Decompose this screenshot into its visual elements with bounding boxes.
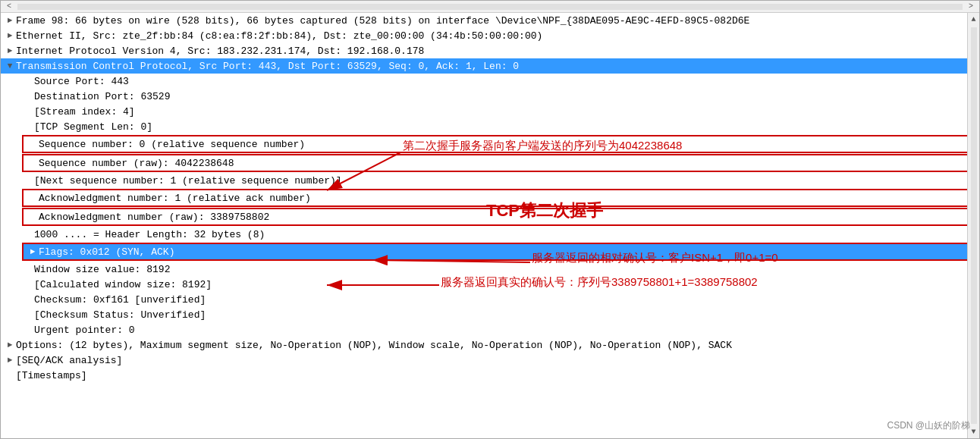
row-tcp-seg[interactable]: [TCP Segment Len: 0] — [1, 119, 979, 134]
row-src-port[interactable]: Source Port: 443 — [1, 74, 979, 89]
row-src-port-text: Source Port: 443 — [34, 76, 129, 87]
row-tcp-seg-text: [TCP Segment Len: 0] — [34, 121, 152, 133]
expander-frame[interactable]: ► — [4, 16, 16, 25]
horizontal-scrollbar[interactable]: < > — [1, 1, 979, 13]
row-dst-port-text: Destination Port: 63529 — [34, 91, 170, 102]
row-ack-raw-text: Acknowledgment number (raw): 3389758802 — [39, 212, 269, 223]
row-seq-raw-text: Sequence number (raw): 4042238648 — [39, 158, 234, 169]
row-seq-highlight[interactable]: Sequence number: 0 (relative sequence nu… — [22, 135, 976, 153]
row-options-text: Options: (12 bytes), Maximum segment siz… — [16, 340, 732, 351]
scroll-track-v[interactable] — [971, 27, 977, 424]
row-options[interactable]: ► Options: (12 bytes), Maximum segment s… — [1, 337, 979, 353]
row-stream-text: [Stream index: 4] — [34, 106, 135, 118]
row-checksum-text: Checksum: 0xf161 [unverified] — [34, 294, 206, 306]
scroll-left-arrow[interactable]: < — [4, 2, 14, 11]
row-urgent-text: Urgent pointer: 0 — [34, 325, 135, 336]
row-calc-window-text: [Calculated window size: 8192] — [34, 279, 212, 290]
packet-detail-list: ► Frame 98: 66 bytes on wire (528 bits),… — [1, 13, 979, 383]
row-tcp[interactable]: ▼ Transmission Control Protocol, Src Por… — [1, 58, 979, 74]
row-calc-window[interactable]: [Calculated window size: 8192] — [1, 277, 979, 292]
expander-tcp[interactable]: ▼ — [4, 61, 16, 71]
expander-seq-ack[interactable]: ► — [4, 356, 16, 365]
expander-ip[interactable]: ► — [4, 46, 16, 55]
row-ack-raw-highlight[interactable]: Acknowledgment number (raw): 3389758802 — [22, 208, 976, 226]
watermark: CSDN @山妖的阶梯 — [887, 419, 970, 432]
row-header-len[interactable]: 1000 .... = Header Length: 32 bytes (8) — [1, 227, 979, 242]
expander-flags[interactable]: ► — [27, 247, 39, 256]
row-ethernet-text: Ethernet II, Src: zte_2f:bb:84 (c8:ea:f8… — [16, 30, 542, 42]
row-window-text: Window size value: 8192 — [34, 264, 170, 275]
row-ack[interactable]: Acknowledgment number: 1 (relative ack n… — [24, 190, 975, 205]
row-tcp-text: Transmission Control Protocol, Src Port:… — [16, 61, 519, 72]
row-checksum-status-text: [Checksum Status: Unverified] — [34, 309, 206, 321]
row-urgent[interactable]: Urgent pointer: 0 — [1, 322, 979, 337]
row-seq-ack-text: [SEQ/ACK analysis] — [16, 355, 122, 366]
row-timestamps[interactable]: [Timestamps] — [1, 368, 979, 383]
row-seq-raw[interactable]: Sequence number (raw): 4042238648 — [24, 155, 975, 171]
row-flags[interactable]: ► Flags: 0x012 (SYN, ACK) — [24, 244, 975, 259]
row-seq-ack[interactable]: ► [SEQ/ACK analysis] — [1, 353, 979, 368]
row-seq[interactable]: Sequence number: 0 (relative sequence nu… — [24, 136, 975, 152]
row-window[interactable]: Window size value: 8192 — [1, 262, 979, 277]
row-next-seq[interactable]: [Next sequence number: 1 (relative seque… — [1, 173, 979, 188]
row-next-seq-text: [Next sequence number: 1 (relative seque… — [34, 175, 342, 187]
row-ip-text: Internet Protocol Version 4, Src: 183.23… — [16, 45, 424, 57]
row-frame-text: Frame 98: 66 bytes on wire (528 bits), 6… — [16, 15, 749, 27]
row-flags-text: Flags: 0x012 (SYN, ACK) — [39, 246, 174, 258]
row-ip[interactable]: ► Internet Protocol Version 4, Src: 183.… — [1, 43, 979, 58]
expander-ethernet[interactable]: ► — [4, 31, 16, 40]
scroll-track-h[interactable] — [17, 4, 963, 10]
vertical-scrollbar[interactable]: ▲ ▼ — [967, 13, 979, 438]
row-frame[interactable]: ► Frame 98: 66 bytes on wire (528 bits),… — [1, 13, 979, 28]
row-dst-port[interactable]: Destination Port: 63529 — [1, 89, 979, 104]
row-ack-raw[interactable]: Acknowledgment number (raw): 3389758802 — [24, 209, 975, 224]
row-seq-raw-highlight[interactable]: Sequence number (raw): 4042238648 — [22, 154, 976, 172]
row-ack-text: Acknowledgment number: 1 (relative ack n… — [39, 193, 311, 204]
scroll-down-arrow[interactable]: ▼ — [969, 425, 978, 438]
row-checksum-status[interactable]: [Checksum Status: Unverified] — [1, 307, 979, 322]
expander-options[interactable]: ► — [4, 340, 16, 350]
row-seq-text: Sequence number: 0 (relative sequence nu… — [39, 139, 305, 150]
row-checksum[interactable]: Checksum: 0xf161 [unverified] — [1, 292, 979, 307]
row-stream[interactable]: [Stream index: 4] — [1, 104, 979, 119]
row-header-len-text: 1000 .... = Header Length: 32 bytes (8) — [34, 229, 265, 240]
row-flags-highlight[interactable]: ► Flags: 0x012 (SYN, ACK) — [22, 243, 976, 261]
row-timestamps-text: [Timestamps] — [16, 370, 87, 381]
wireshark-panel: < > ► Frame 98: 66 bytes on wire (528 bi… — [0, 0, 980, 439]
scroll-up-arrow[interactable]: ▲ — [969, 13, 978, 26]
scroll-right-arrow[interactable]: > — [966, 2, 976, 11]
row-ethernet[interactable]: ► Ethernet II, Src: zte_2f:bb:84 (c8:ea:… — [1, 28, 979, 43]
row-ack-highlight[interactable]: Acknowledgment number: 1 (relative ack n… — [22, 189, 976, 207]
